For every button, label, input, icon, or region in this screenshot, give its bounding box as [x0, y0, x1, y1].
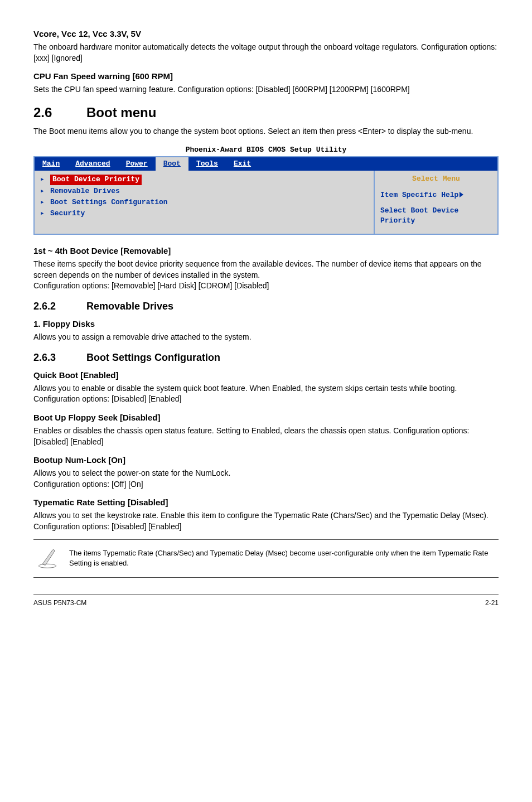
bios-help-desc: Select Boot Device Priority — [380, 206, 492, 226]
pencil-icon — [36, 545, 59, 572]
paragraph-typematic-1: Allows you to set the keystroke rate. En… — [33, 510, 499, 521]
right-arrow-icon: ▸ — [40, 175, 50, 185]
paragraph-numlock-1: Allows you to select the power-on state … — [33, 468, 499, 479]
right-arrow-icon: ▸ — [40, 209, 50, 219]
paragraph-vcore: The onboard hardware monitor automatical… — [33, 42, 499, 64]
bios-item-label: Boot Device Priority — [50, 175, 142, 185]
footer-right: 2-21 — [485, 598, 499, 608]
paragraph-cpu-fan: Sets the CPU fan speed warning feature. … — [33, 84, 499, 95]
heading-boot-menu: 2.6Boot menu — [33, 103, 499, 122]
paragraph-quick-boot: Allows you to enable or disable the syst… — [33, 383, 499, 405]
bios-tab-tools[interactable]: Tools — [188, 157, 226, 171]
section-number: 2.6.2 — [33, 299, 86, 313]
svg-point-0 — [38, 564, 56, 568]
heading-boot-settings-config: 2.6.3Boot Settings Configuration — [33, 351, 499, 365]
section-title: Removable Drives — [86, 301, 173, 312]
paragraph-numlock-2: Configuration options: [Off] [On] — [33, 479, 499, 490]
right-arrow-icon: ▸ — [40, 197, 50, 207]
bios-item-label: Security — [50, 209, 85, 219]
bios-item-boot-priority[interactable]: ▸ Boot Device Priority — [40, 174, 368, 185]
bios-tab-boot[interactable]: Boot — [156, 157, 188, 171]
heading-quick-boot: Quick Boot [Enabled] — [33, 369, 499, 381]
bios-help-line: Item Specific Help — [380, 190, 492, 200]
section-number: 2.6.3 — [33, 351, 86, 365]
bios-right-panel: Select Menu Item Specific Help Select Bo… — [375, 171, 497, 234]
right-arrow-icon: ▸ — [40, 186, 50, 196]
section-number: 2.6 — [33, 103, 86, 122]
heading-numlock: Bootup Num-Lock [On] — [33, 454, 499, 466]
bios-body: ▸ Boot Device Priority ▸ Removable Drive… — [33, 171, 499, 235]
paragraph-floppy-seek: Enables or disables the chassis open sta… — [33, 426, 499, 447]
heading-typematic: Typematic Rate Setting [Disabled] — [33, 496, 499, 508]
heading-removable-drives: 2.6.2Removable Drives — [33, 299, 499, 313]
footer-left: ASUS P5N73-CM — [33, 598, 86, 608]
bios-tab-exit[interactable]: Exit — [226, 157, 259, 171]
bios-tab-power[interactable]: Power — [118, 157, 156, 171]
heading-boot-device: 1st ~ 4th Boot Device [Removable] — [33, 245, 499, 257]
bios-screenshot: Phoenix-Award BIOS CMOS Setup Utility Ma… — [33, 144, 499, 235]
paragraph-typematic-2: Configuration options: [Disabled] [Enabl… — [33, 521, 499, 533]
bios-select-menu: Select Menu — [380, 174, 492, 184]
paragraph-boot-device-1: These items specify the boot device prio… — [33, 259, 499, 281]
bios-item-label: Removable Drives — [50, 186, 120, 196]
heading-floppy: 1. Floppy Disks — [33, 318, 499, 330]
bios-help-text: Item Specific Help — [380, 191, 458, 199]
bios-title: Phoenix-Award BIOS CMOS Setup Utility — [33, 144, 499, 156]
paragraph-boot-intro: The Boot menu items allow you to change … — [33, 126, 499, 137]
bios-tab-row: Main Advanced Power Boot Tools Exit — [33, 156, 499, 171]
bios-item-label: Boot Settings Configuration — [50, 197, 168, 207]
heading-vcore: Vcore, Vcc 12, Vcc 3.3V, 5V — [33, 28, 499, 40]
bios-tab-advanced[interactable]: Advanced — [67, 157, 118, 171]
right-arrow-icon — [460, 192, 463, 197]
note-box: The items Typematic Rate (Chars/Sec) and… — [33, 539, 499, 578]
section-title: Boot menu — [86, 105, 156, 120]
bios-item-boot-settings[interactable]: ▸ Boot Settings Configuration — [40, 197, 368, 208]
bios-item-removable[interactable]: ▸ Removable Drives — [40, 186, 368, 197]
page-footer: ASUS P5N73-CM 2-21 — [33, 595, 499, 608]
section-title: Boot Settings Configuration — [86, 352, 220, 363]
paragraph-boot-device-2: Configuration options: [Removable] [Hard… — [33, 281, 499, 292]
heading-cpu-fan: CPU Fan Speed warning [600 RPM] — [33, 70, 499, 82]
bios-left-panel: ▸ Boot Device Priority ▸ Removable Drive… — [35, 171, 375, 234]
note-text: The items Typematic Rate (Chars/Sec) and… — [69, 548, 496, 568]
paragraph-floppy: Allows you to assign a removable drive a… — [33, 332, 499, 343]
heading-floppy-seek: Boot Up Floppy Seek [Disabled] — [33, 412, 499, 423]
bios-item-security[interactable]: ▸ Security — [40, 208, 368, 219]
bios-tab-main[interactable]: Main — [35, 157, 67, 171]
